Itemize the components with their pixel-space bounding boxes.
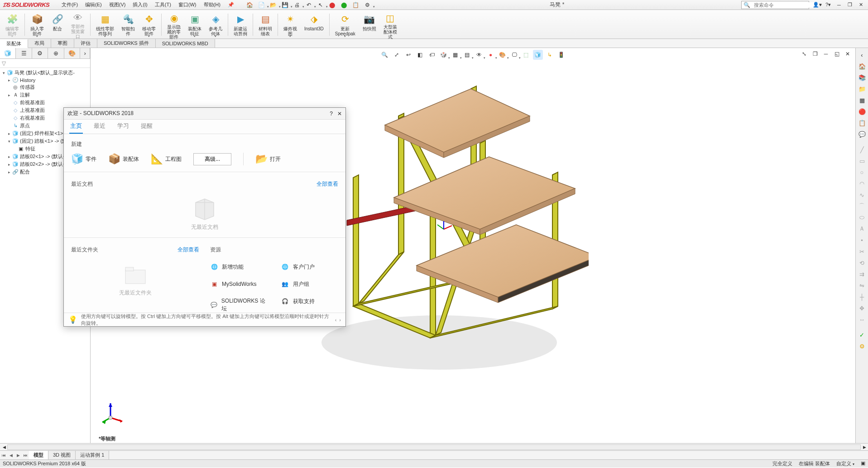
vp-window-icon[interactable]: ❐ — [810, 49, 820, 59]
rebuild-green-icon[interactable]: ⬤ — [339, 1, 350, 9]
minimize-icon[interactable]: ─ — [834, 1, 844, 9]
doc-tab-last-icon[interactable]: ⏭ — [22, 453, 29, 458]
property-manager-tab-icon[interactable]: ☰ — [16, 48, 32, 58]
update-speedpak-button[interactable]: ⟳更新 Speedpak▾ — [332, 12, 358, 38]
home-icon[interactable]: 🏠 — [245, 1, 255, 9]
linear-pattern-button[interactable]: ▦线性零部 件阵列▾ — [93, 12, 117, 38]
welcome-tab-recent[interactable]: 最近 — [93, 119, 106, 134]
tab-sketch[interactable]: 草图 — [51, 39, 74, 48]
open-icon[interactable]: 📂▾ — [268, 1, 279, 9]
tree-filter[interactable]: ▽ — [0, 59, 90, 68]
mate-button[interactable]: 🔗配合 — [48, 12, 67, 38]
res-whats-new[interactable]: 🌐新增功能 — [210, 258, 268, 275]
welcome-titlebar[interactable]: 欢迎 - SOLIDWORKS 2018 ? ✕ — [64, 108, 345, 120]
tip-prev-icon[interactable]: ‹ — [335, 317, 337, 323]
show-hidden-button[interactable]: ◉显示隐 藏的零 部件 — [164, 12, 183, 38]
save-icon[interactable]: 💾▾ — [280, 1, 291, 9]
res-forums[interactable]: 💬SOLIDWORKS 论坛 — [210, 293, 268, 313]
doc-tab-first-icon[interactable]: ⏮ — [0, 453, 7, 458]
menu-pin-icon[interactable]: 📌 — [224, 0, 238, 10]
smart-fasteners-button[interactable]: 🔩智能扣 件 — [119, 12, 138, 38]
doc-tab-motion[interactable]: 运动算例 1 — [76, 451, 109, 459]
menu-insert[interactable]: 插入(I) — [129, 0, 151, 10]
res-customer-portal[interactable]: 🌐客户门户 — [281, 258, 339, 275]
welcome-tab-alerts[interactable]: 提醒 — [140, 119, 153, 134]
vp-minimize-icon[interactable]: ─ — [821, 49, 831, 59]
welcome-advanced-button[interactable]: 高级... — [193, 153, 231, 165]
menu-tools[interactable]: 工具(T) — [151, 0, 175, 10]
view-settings2-icon[interactable]: 🖵▾ — [509, 50, 519, 60]
assembly-features-button[interactable]: ▣装配体 特征▾ — [185, 12, 204, 38]
res-mysolidworks[interactable]: ▣MySolidWorks — [210, 275, 268, 293]
print-icon[interactable]: 🖨▾ — [292, 1, 302, 9]
panel-expand-icon[interactable]: › — [80, 48, 90, 58]
tree-annotations[interactable]: ▸Ａ注解 — [0, 91, 90, 99]
apply-scene-icon[interactable]: ●▾ — [486, 50, 496, 60]
traffic-light-icon[interactable]: 🚦 — [556, 50, 566, 60]
new-motion-study-button[interactable]: ▶新建运 动算例 — [231, 12, 250, 38]
tree-front-plane[interactable]: ◇前视基准面 — [0, 99, 90, 106]
close-icon[interactable]: ✕ — [856, 1, 865, 9]
welcome-open-button[interactable]: 📂打开 — [255, 153, 281, 165]
vp-expand-icon[interactable]: ⤡ — [799, 49, 809, 59]
document-props-icon[interactable]: 📋 — [350, 1, 361, 9]
edit-appearance-icon[interactable]: 👁▾ — [474, 50, 484, 60]
command-search[interactable]: 🔍 ▾ — [741, 1, 809, 9]
doc-tab-3dview[interactable]: 3D 视图 — [48, 451, 76, 459]
tip-next-icon[interactable]: › — [339, 317, 341, 323]
zoom-fit-icon[interactable]: 🔍 — [380, 50, 390, 60]
rebuild-red-icon[interactable]: ⬤ — [327, 1, 338, 9]
config-manager-tab-icon[interactable]: ⚙ — [32, 48, 48, 58]
hide-show-items-icon[interactable]: ▤▾ — [462, 50, 472, 60]
new-drawing-button[interactable]: 📐工程图 — [151, 153, 182, 165]
feature-tree-tab-icon[interactable]: 🧊 — [0, 48, 16, 58]
reference-geometry-button[interactable]: ◈参考几 何体▾ — [206, 12, 225, 38]
take-snapshot-button[interactable]: 📷拍快照 — [360, 12, 379, 38]
tab-layout[interactable]: 布局 — [28, 39, 51, 48]
new-assembly-button[interactable]: 📦装配体 — [108, 153, 139, 165]
tab-addins[interactable]: SOLIDWORKS 插件 — [97, 39, 156, 48]
view-palette-icon[interactable]: ▦ — [857, 95, 867, 105]
dynamic-annotation-icon[interactable]: 🏷 — [427, 50, 437, 60]
menu-file[interactable]: 文件(F) — [58, 0, 82, 10]
section-view-icon[interactable]: ◧ — [415, 50, 425, 60]
orientation-triad[interactable] — [101, 398, 129, 425]
instant3d-button[interactable]: ⬗Instant3D — [302, 12, 326, 38]
appearances-icon[interactable]: 🔴 — [857, 106, 867, 116]
menu-window[interactable]: 窗口(W) — [175, 0, 200, 10]
smart-dimension-icon[interactable]: ✓ — [857, 330, 867, 340]
origin-toggle-icon[interactable]: ↳ — [545, 50, 555, 60]
file-explorer-icon[interactable]: 📁 — [857, 84, 867, 94]
welcome-recentdocs-viewall[interactable]: 全部查看 — [317, 180, 338, 188]
welcome-tab-home[interactable]: 主页 — [69, 119, 83, 134]
tree-sensors[interactable]: ◎传感器 — [0, 83, 90, 91]
scroll-right-icon[interactable]: ▶ — [861, 445, 868, 449]
tree-root[interactable]: ▾🧊马凳 (默认<默认_显示状态- — [0, 69, 90, 77]
user-icon[interactable]: 👤▾ — [813, 1, 822, 9]
res-user-groups[interactable]: 👥用户组 — [281, 275, 339, 293]
command-search-input[interactable] — [752, 2, 818, 8]
insert-component-button[interactable]: 📦插入零 部件▾ — [28, 12, 47, 38]
restore-icon[interactable]: ❐ — [845, 1, 854, 9]
welcome-help-icon[interactable]: ? — [330, 111, 333, 117]
tab-evaluate[interactable]: 评估 — [74, 39, 97, 48]
scroll-left-icon[interactable]: ◀ — [1, 445, 8, 449]
welcome-recentfolders-viewall[interactable]: 全部查看 — [177, 246, 199, 254]
cube-icon[interactable]: ⬚ — [521, 50, 531, 60]
tab-mbd[interactable]: SOLIDWORKS MBD — [156, 39, 215, 48]
select-icon[interactable]: ↖▾ — [315, 1, 326, 9]
horizontal-scrollbar[interactable]: ◀ ▶ — [0, 443, 868, 450]
options-icon[interactable]: ⚙▾ — [362, 1, 373, 9]
taskpane-back-icon[interactable]: ‹ — [857, 50, 867, 60]
previous-view-icon[interactable]: ↩ — [403, 50, 413, 60]
welcome-close-icon[interactable]: ✕ — [337, 111, 342, 117]
tree-history[interactable]: ▸🕘History — [0, 77, 90, 83]
welcome-tab-learn[interactable]: 学习 — [116, 119, 130, 134]
new-part-button[interactable]: 🧊零件 — [71, 153, 96, 165]
doc-tab-model[interactable]: 模型 — [29, 451, 48, 459]
doc-tab-next-icon[interactable]: ▶ — [14, 453, 22, 458]
new-icon[interactable]: 📄▾ — [256, 1, 267, 9]
move-component-button[interactable]: ✥移动零 部件▾ — [139, 12, 158, 38]
zoom-area-icon[interactable]: ⤢ — [392, 50, 402, 60]
custom-props-icon[interactable]: 📋 — [857, 118, 867, 128]
